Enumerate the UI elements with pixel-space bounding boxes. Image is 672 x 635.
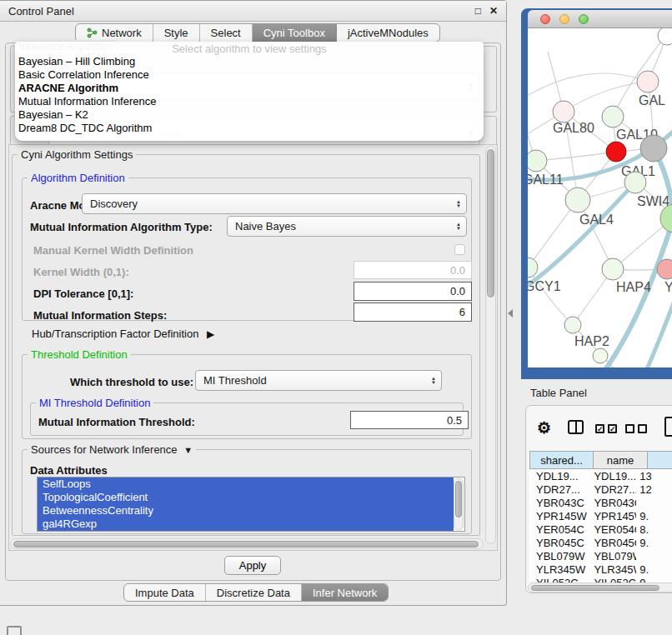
table-cell[interactable]: YLR345W — [587, 563, 636, 576]
tab-impute-data[interactable]: Impute Data — [124, 584, 206, 601]
mi-threshold-input[interactable]: 0.5 — [350, 411, 469, 429]
table-cell[interactable]: YBR045C — [529, 537, 587, 549]
column-header-shared-name[interactable]: shared... — [529, 451, 594, 469]
algorithm-option[interactable]: Mutual Information Inference — [15, 95, 484, 108]
scrollbar-thumb[interactable] — [487, 149, 494, 298]
network-node[interactable] — [593, 348, 608, 363]
table-cell[interactable]: YER054C — [529, 523, 587, 536]
network-node[interactable] — [564, 317, 581, 333]
table-cell[interactable]: YDR27... — [529, 483, 587, 496]
table-cell[interactable]: YLR345W — [529, 563, 587, 576]
list-vertical-scrollbar[interactable] — [454, 478, 464, 530]
minimize-window-button[interactable] — [559, 14, 569, 24]
column-header-name[interactable]: name — [594, 451, 648, 469]
table-cell[interactable]: 9. — [636, 537, 672, 549]
network-node[interactable] — [640, 135, 667, 162]
gear-icon[interactable]: ⚙ — [537, 418, 551, 438]
collapsed-panel-icon[interactable] — [7, 626, 22, 635]
network-view-window[interactable]: GALGAL80GAL10GAL1GAL11SWI4GAL4GCY1HAP4YH… — [521, 8, 672, 379]
settings-vertical-scrollbar[interactable] — [485, 146, 496, 544]
table-row[interactable]: YDR27...YDR27...12 — [529, 482, 672, 496]
export-table-icon[interactable] — [664, 417, 672, 437]
table-cell[interactable]: YDL19... — [529, 470, 587, 482]
deselect-all-icon[interactable] — [625, 424, 634, 433]
table-cell[interactable]: YDR27... — [587, 483, 636, 496]
mi-steps-input[interactable]: 6 — [354, 302, 472, 322]
control-panel-titlebar[interactable]: Control Panel □ ✕ — [0, 1, 506, 22]
algorithm-option[interactable]: Basic Correlation Inference — [15, 68, 484, 82]
select-all-check-icon[interactable]: ✓ — [608, 424, 617, 433]
dpi-tolerance-input[interactable]: 0.0 — [354, 282, 472, 301]
data-attribute-item[interactable]: SelfLoops — [38, 478, 454, 491]
table-cell[interactable]: 9. — [636, 577, 672, 583]
network-node[interactable] — [660, 204, 672, 232]
which-threshold-select[interactable]: MI Threshold ▲▼ — [195, 370, 442, 391]
table-row[interactable]: YBR045CYBR045C9. — [529, 536, 672, 549]
table-cell[interactable]: YPR145W — [587, 510, 636, 522]
data-attributes-list[interactable]: SelfLoopsTopologicalCoefficientBetweenne… — [37, 477, 465, 532]
scrollbar-thumb[interactable] — [13, 541, 479, 548]
close-window-button[interactable] — [540, 14, 550, 24]
tab-jactivemnodules[interactable]: jActiveMNodules — [337, 24, 439, 42]
tab-cyni-toolbox[interactable]: Cyni Toolbox — [253, 24, 337, 42]
deselect-all-icon[interactable] — [638, 424, 647, 433]
table-cell[interactable]: 9. — [636, 510, 672, 522]
network-canvas[interactable]: GALGAL80GAL10GAL1GAL11SWI4GAL4GCY1HAP4YH… — [528, 28, 672, 368]
column-header-cut[interactable] — [648, 451, 672, 469]
table-row[interactable]: YPR145WYPR145W9. — [529, 509, 672, 522]
algorithm-option[interactable]: Bayesian – Hill Climbing — [15, 55, 484, 68]
mi-algorithm-type-select[interactable]: Naive Bayes ▲▼ — [227, 216, 467, 237]
select-all-check-icon[interactable]: ✓ — [595, 424, 604, 433]
table-cell[interactable]: 8. — [636, 523, 672, 536]
scrollbar-thumb[interactable] — [455, 481, 462, 518]
network-node[interactable] — [606, 142, 626, 162]
table-cell[interactable]: YBR043C — [587, 497, 636, 509]
table-cell[interactable]: YPR145W — [529, 510, 587, 522]
aracne-mode-select[interactable]: Discovery ▲▼ — [82, 193, 467, 214]
network-node[interactable] — [637, 71, 659, 92]
algorithm-option[interactable]: Dream8 DC_TDC Algorithm — [15, 122, 484, 135]
table-row[interactable]: YLR345WYLR345W9. — [529, 562, 672, 576]
network-node[interactable] — [553, 101, 574, 122]
algorithm-option[interactable]: ARACNE Algorithm — [15, 82, 484, 95]
data-attribute-item[interactable]: gal4RGexp — [38, 518, 454, 531]
table-cell[interactable]: YBL079W — [529, 550, 587, 562]
network-node[interactable] — [602, 106, 624, 128]
algorithm-option[interactable]: Bayesian – K2 — [15, 108, 484, 122]
settings-horizontal-scrollbar[interactable] — [10, 538, 484, 549]
network-node[interactable] — [624, 172, 646, 193]
table-cell[interactable]: YER054C — [587, 523, 636, 536]
table-horizontal-scrollbar[interactable] — [528, 582, 672, 592]
network-node[interactable] — [565, 188, 590, 212]
data-attribute-item[interactable]: BetweennessCentrality — [38, 504, 454, 518]
hub-section-toggle[interactable]: Hub/Transcription Factor Definition ▶ — [32, 328, 214, 340]
tab-select[interactable]: Select — [200, 24, 253, 42]
manual-kernel-checkbox[interactable] — [454, 244, 465, 255]
table-cell[interactable]: YIL052C — [587, 577, 636, 583]
apply-button[interactable]: Apply — [224, 556, 281, 575]
table-cell[interactable]: YIL052C — [529, 577, 587, 583]
table-row[interactable]: YBR043CYBR043C — [529, 496, 672, 509]
table-row[interactable]: YDL19...YDL19...13 — [529, 469, 672, 482]
table-row[interactable]: YBL079WYBL079W — [529, 549, 672, 562]
tab-infer-network[interactable]: Infer Network — [302, 584, 388, 601]
network-node[interactable] — [602, 258, 624, 280]
scrollbar-thumb[interactable] — [531, 585, 659, 591]
table-row[interactable]: YIL052CYIL052C9. — [529, 576, 672, 582]
tab-discretize-data[interactable]: Discretize Data — [206, 584, 302, 601]
tab-network[interactable]: Network — [76, 24, 153, 42]
network-window-titlebar[interactable] — [528, 10, 672, 28]
tab-style[interactable]: Style — [153, 24, 200, 42]
table-cell[interactable]: YDL19... — [587, 470, 636, 482]
table-row[interactable]: YER054CYER054C8. — [529, 522, 672, 536]
data-attribute-item[interactable]: TopologicalCoefficient — [38, 491, 454, 504]
table-cell[interactable]: YBL079W — [587, 550, 636, 562]
panel-collapse-arrow[interactable] — [508, 309, 513, 318]
network-node[interactable] — [528, 150, 547, 172]
table-cell[interactable]: 12 — [636, 483, 672, 496]
zoom-window-button[interactable] — [579, 14, 589, 24]
kernel-width-input[interactable]: 0.0 — [354, 261, 472, 279]
sources-group-toggle[interactable]: Sources for Network Inference ▼ — [28, 443, 196, 456]
column-layout-icon[interactable] — [568, 420, 584, 434]
table-cell[interactable]: YBR043C — [529, 497, 587, 509]
